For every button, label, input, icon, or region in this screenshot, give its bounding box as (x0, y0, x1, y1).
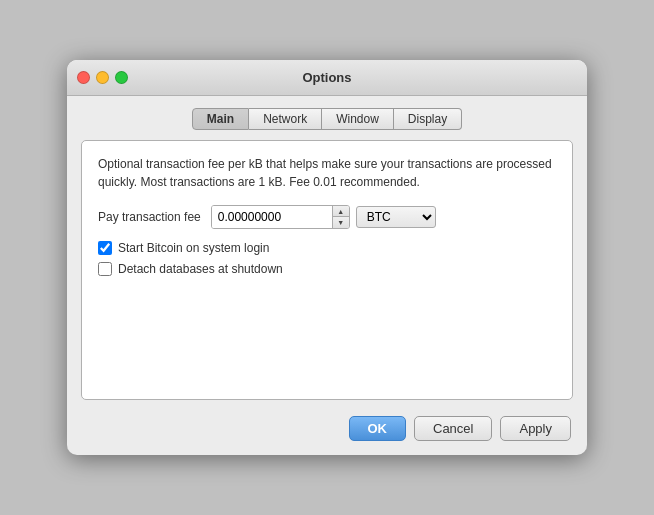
currency-select[interactable]: BTC mBTC μBTC (356, 206, 436, 228)
checkbox-detach-label: Detach databases at shutdown (118, 262, 283, 276)
checkbox-login-label: Start Bitcoin on system login (118, 241, 269, 255)
fee-input-wrap: ▲ ▼ (211, 205, 350, 229)
options-window: Options Main Network Window Display Opti… (67, 60, 587, 455)
checkbox-login[interactable] (98, 241, 112, 255)
apply-button[interactable]: Apply (500, 416, 571, 441)
fee-row: Pay transaction fee ▲ ▼ BTC mBTC μBTC (98, 205, 556, 229)
description-text: Optional transaction fee per kB that hel… (98, 155, 556, 191)
checkbox-detach-row: Detach databases at shutdown (98, 262, 556, 276)
minimize-button[interactable] (96, 71, 109, 84)
checkbox-login-row: Start Bitcoin on system login (98, 241, 556, 255)
traffic-lights (77, 71, 128, 84)
tab-display[interactable]: Display (394, 108, 462, 130)
tab-bar: Main Network Window Display (81, 108, 573, 130)
checkbox-detach[interactable] (98, 262, 112, 276)
fee-spinners: ▲ ▼ (332, 206, 349, 228)
tab-window[interactable]: Window (322, 108, 394, 130)
main-panel: Optional transaction fee per kB that hel… (81, 140, 573, 400)
tab-main[interactable]: Main (192, 108, 249, 130)
maximize-button[interactable] (115, 71, 128, 84)
fee-increment-button[interactable]: ▲ (333, 206, 349, 217)
window-content: Main Network Window Display Optional tra… (67, 96, 587, 455)
cancel-button[interactable]: Cancel (414, 416, 492, 441)
fee-input[interactable] (212, 206, 332, 228)
window-title: Options (302, 70, 351, 85)
fee-decrement-button[interactable]: ▼ (333, 217, 349, 228)
fee-label: Pay transaction fee (98, 210, 201, 224)
tab-network[interactable]: Network (249, 108, 322, 130)
ok-button[interactable]: OK (349, 416, 407, 441)
titlebar: Options (67, 60, 587, 96)
button-row: OK Cancel Apply (81, 416, 573, 441)
close-button[interactable] (77, 71, 90, 84)
